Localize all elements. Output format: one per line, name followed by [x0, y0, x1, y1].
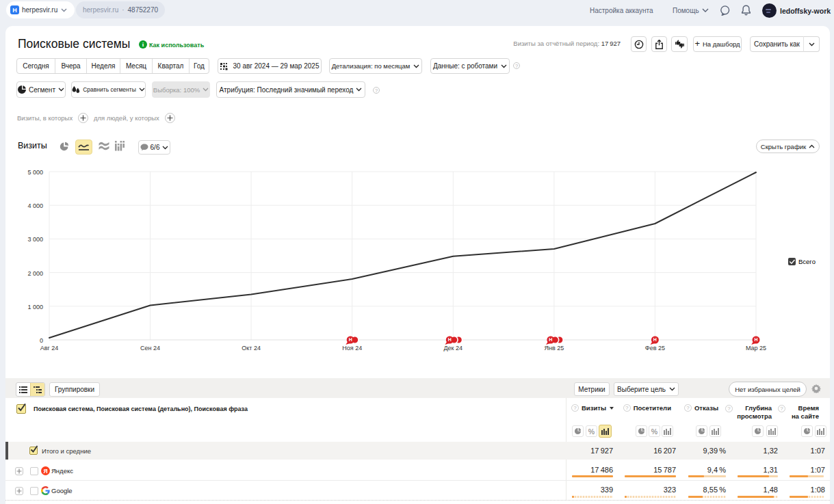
svg-text:Янв 25: Янв 25 — [545, 345, 564, 352]
svg-text:3 000: 3 000 — [27, 236, 43, 243]
svg-text:Н: Н — [349, 337, 352, 342]
svg-text:Н: Н — [448, 337, 452, 342]
svg-text:4 000: 4 000 — [27, 202, 43, 209]
svg-text:Н: Н — [754, 337, 757, 342]
svg-text:5 000: 5 000 — [27, 169, 43, 176]
svg-text:0: 0 — [40, 337, 43, 344]
svg-text:Н: Н — [653, 337, 657, 342]
svg-text:Окт 24: Окт 24 — [242, 345, 261, 352]
svg-text:Ноя 24: Ноя 24 — [342, 345, 362, 352]
svg-text:Всего: Всего — [798, 258, 816, 265]
svg-text:Мар 25: Мар 25 — [746, 345, 766, 352]
svg-text:Н: Н — [549, 337, 552, 342]
svg-text:2 000: 2 000 — [27, 270, 43, 277]
svg-text:1 000: 1 000 — [27, 304, 43, 310]
svg-text:Фев 25: Фев 25 — [645, 345, 665, 352]
svg-text:Авг 24: Авг 24 — [40, 345, 59, 352]
svg-text:Дек 24: Дек 24 — [444, 345, 463, 352]
svg-text:Сен 24: Сен 24 — [140, 345, 160, 352]
